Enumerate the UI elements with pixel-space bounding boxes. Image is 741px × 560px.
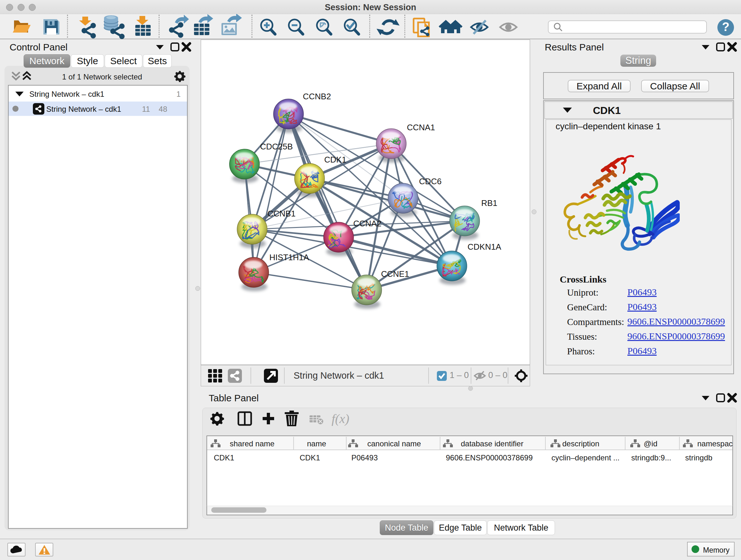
svg-text:CDKN1A: CDKN1A (468, 242, 501, 252)
svg-text:database identifier: database identifier (461, 439, 523, 448)
svg-text:0 – 0: 0 – 0 (488, 370, 508, 380)
svg-text:CDK1: CDK1 (214, 453, 234, 462)
svg-text:namespac: namespac (697, 439, 732, 448)
svg-text:name: name (307, 439, 326, 448)
svg-text:stringdb:9...: stringdb:9... (631, 453, 671, 462)
svg-text:shared name: shared name (230, 439, 274, 448)
svg-text:CCNE1: CCNE1 (381, 269, 409, 279)
svg-text:String Network – cdk1: String Network – cdk1 (293, 370, 384, 381)
svg-text:CDK1: CDK1 (324, 155, 346, 165)
svg-text:1 – 0: 1 – 0 (450, 370, 469, 380)
svg-text:CCNB1: CCNB1 (267, 209, 295, 219)
svg-text:canonical name: canonical name (367, 439, 421, 448)
svg-text:cyclin–dependent ...: cyclin–dependent ... (551, 453, 619, 462)
svg-text:RB1: RB1 (481, 198, 497, 208)
svg-text:HIST1H1A: HIST1H1A (269, 253, 309, 262)
svg-text:description: description (562, 439, 599, 448)
svg-text:CCNB2: CCNB2 (303, 91, 331, 101)
svg-text:CDC25B: CDC25B (260, 142, 293, 151)
svg-text:CCNA1: CCNA1 (407, 123, 435, 132)
svg-text:CDC6: CDC6 (419, 177, 442, 186)
svg-text:@id: @id (644, 439, 657, 448)
svg-text:9606.ENSP00000378699: 9606.ENSP00000378699 (446, 453, 533, 462)
svg-text:stringdb: stringdb (685, 453, 712, 462)
svg-text:f(x): f(x) (332, 412, 349, 426)
svg-text:CDK1: CDK1 (300, 453, 320, 462)
svg-text:P06493: P06493 (351, 453, 378, 462)
svg-text:CCNA2: CCNA2 (353, 219, 381, 228)
